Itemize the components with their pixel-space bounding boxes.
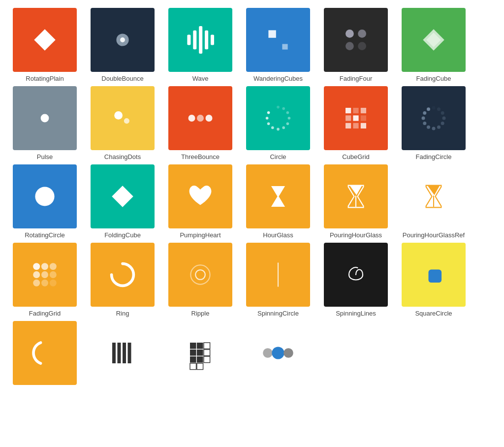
loader-item[interactable]: FadingCube [397, 8, 471, 82]
loader-item[interactable]: Circle [241, 86, 315, 160]
loader-item[interactable]: PouringHourGlass [319, 164, 393, 239]
svg-rect-38 [361, 115, 366, 121]
svg-point-17 [114, 111, 123, 120]
loader-item[interactable] [86, 321, 159, 385]
svg-point-23 [282, 107, 285, 110]
svg-rect-6 [205, 31, 208, 50]
svg-point-19 [189, 115, 195, 122]
loader-item[interactable]: FoldingCube [86, 164, 159, 239]
loader-label: PouringHourGlass [330, 231, 382, 239]
svg-point-64 [33, 280, 40, 287]
loader-tile [402, 86, 466, 150]
loader-tile [246, 321, 310, 385]
loader-label: SpinningCircle [257, 310, 299, 317]
loader-tile [324, 243, 388, 307]
loader-tile [13, 243, 77, 307]
svg-point-87 [272, 347, 284, 359]
loader-label: DoubleBounce [101, 75, 143, 82]
loader-item[interactable]: Ripple [163, 243, 237, 317]
loader-grid: RotatingPlainDoubleBounceWaveWanderingCu… [8, 8, 496, 385]
loader-item[interactable]: Ring [86, 243, 159, 317]
loader-label: FadingGrid [29, 310, 61, 317]
svg-point-48 [432, 127, 436, 130]
loader-label: FoldingCube [104, 231, 141, 239]
svg-rect-7 [211, 35, 214, 45]
loader-tile [13, 86, 77, 150]
svg-point-16 [41, 114, 49, 123]
svg-rect-9 [282, 44, 287, 49]
loader-item[interactable]: RotatingPlain [8, 8, 82, 82]
svg-rect-78 [197, 350, 203, 356]
svg-point-51 [422, 117, 425, 120]
loader-item[interactable]: ThreeBounce [163, 86, 237, 160]
svg-point-46 [441, 122, 444, 125]
svg-point-11 [358, 30, 366, 38]
svg-point-25 [288, 117, 291, 120]
svg-rect-77 [190, 350, 196, 356]
loader-item[interactable]: SpinningLines [319, 243, 393, 317]
loader-item[interactable]: HourGlass [241, 164, 315, 239]
loader-tile [402, 8, 466, 72]
loader-tile [324, 8, 388, 72]
svg-rect-37 [353, 115, 358, 121]
svg-point-67 [190, 265, 210, 284]
loader-item[interactable] [8, 321, 82, 385]
loader-tile [13, 8, 77, 72]
svg-rect-39 [346, 123, 351, 128]
loader-item[interactable] [241, 321, 315, 385]
svg-point-28 [277, 128, 280, 131]
svg-point-21 [206, 115, 213, 122]
svg-point-52 [423, 111, 426, 115]
loader-label: PouringHourGlassRef [403, 231, 465, 239]
svg-point-50 [423, 122, 426, 125]
loader-item[interactable]: ChasingDots [86, 86, 159, 160]
loader-label: Circle [270, 153, 286, 160]
svg-rect-41 [361, 123, 366, 128]
loader-item[interactable]: Wave [163, 8, 237, 82]
loader-tile [91, 164, 155, 228]
loader-item[interactable]: Pulse [8, 86, 82, 160]
svg-rect-85 [197, 363, 203, 370]
loader-label: PumpingHeart [180, 231, 220, 239]
loader-tile [246, 8, 310, 72]
loader-item[interactable]: RotatingCircle [8, 164, 82, 239]
svg-rect-0 [34, 29, 56, 51]
svg-rect-82 [204, 350, 210, 356]
svg-rect-35 [361, 108, 366, 113]
svg-point-68 [195, 270, 205, 280]
loader-item[interactable]: FadingCircle [397, 86, 471, 160]
svg-point-31 [266, 117, 269, 120]
loader-item[interactable]: FadingGrid [8, 243, 82, 317]
loader-tile [168, 321, 232, 385]
loader-label: FadingCircle [416, 153, 452, 160]
loader-item[interactable]: SquareCircle [397, 243, 471, 317]
svg-rect-83 [204, 356, 210, 363]
loader-tile [91, 8, 155, 72]
loader-item[interactable]: CubeGrid [319, 86, 393, 160]
svg-point-54 [35, 187, 54, 206]
loader-tile [402, 243, 466, 307]
svg-rect-33 [346, 108, 351, 113]
loader-item[interactable]: SpinningCircle [241, 243, 315, 317]
loader-label: Ring [116, 310, 129, 317]
svg-point-2 [120, 37, 125, 42]
svg-rect-81 [204, 343, 210, 349]
svg-rect-70 [429, 270, 442, 283]
loader-item[interactable]: PumpingHeart [163, 164, 237, 239]
loader-item[interactable]: WanderingCubes [241, 8, 315, 82]
loader-item[interactable] [163, 321, 237, 385]
svg-point-18 [124, 118, 129, 124]
svg-point-58 [33, 263, 40, 270]
svg-point-60 [50, 263, 57, 270]
loader-item[interactable]: FadingFour [319, 8, 393, 82]
loader-tile [168, 243, 232, 307]
svg-point-32 [267, 111, 270, 114]
loader-label: ChasingDots [104, 153, 141, 160]
loader-label: SpinningLines [336, 310, 376, 317]
loader-item[interactable]: PouringHourGlassRef [397, 164, 471, 239]
svg-point-66 [50, 280, 57, 287]
loader-label: WanderingCubes [253, 75, 303, 82]
svg-point-45 [442, 117, 446, 120]
svg-point-62 [41, 271, 48, 278]
loader-item[interactable]: DoubleBounce [86, 8, 159, 82]
